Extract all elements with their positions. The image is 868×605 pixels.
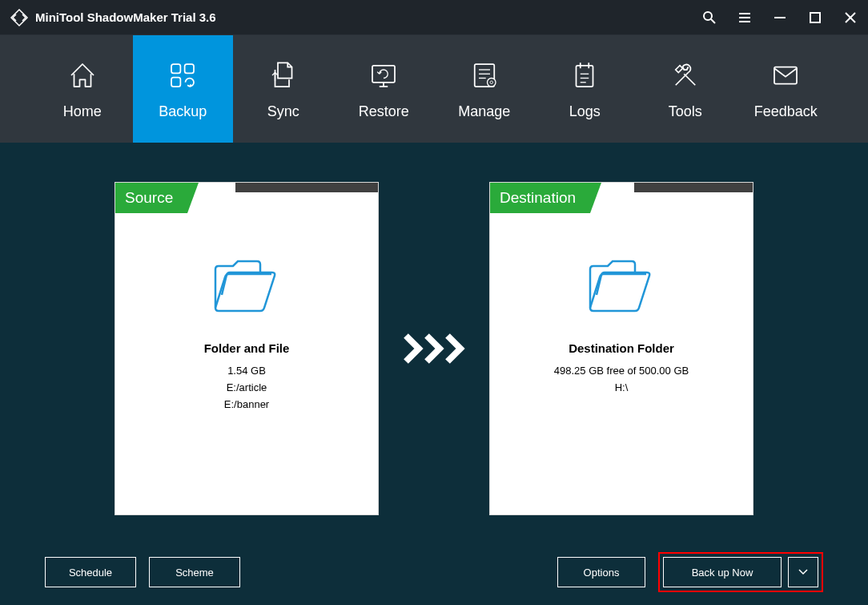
home-icon [66,58,99,92]
svg-point-19 [487,78,496,87]
chevron-down-icon [798,569,808,575]
tab-home[interactable]: Home [32,35,133,143]
svg-rect-21 [577,65,593,86]
feedback-icon [769,58,802,92]
restore-icon [367,58,400,92]
backup-icon [166,58,199,92]
tab-label: Tools [669,103,702,120]
chevron-right-icon [444,329,465,368]
tab-logs[interactable]: Logs [535,35,636,143]
tab-label: Home [63,103,102,120]
source-panel-body: Folder and File 1.54 GB E:/article E:/ba… [115,183,378,410]
main-content: Source Folder and File 1.54 GB E:/articl… [0,143,868,538]
tab-backup[interactable]: Backup [133,35,234,143]
nav-tabs: Home Backup Sync Restore [0,35,868,143]
source-panel-header: Source [115,183,378,213]
destination-path: H:\ [615,381,629,393]
chevron-right-icon [403,329,424,368]
destination-free-space: 498.25 GB free of 500.00 GB [554,365,689,377]
source-path-0: E:/article [227,381,267,393]
svg-point-0 [704,12,712,20]
tab-sync[interactable]: Sync [233,35,334,143]
titlebar: MiniTool ShadowMaker Trial 3.6 [0,0,868,35]
folder-icon [211,255,283,319]
transfer-arrows [403,329,465,368]
tab-tools[interactable]: Tools [635,35,736,143]
manage-icon [468,58,501,92]
footer-bar: Schedule Scheme Options Back up Now [0,539,868,605]
svg-rect-6 [810,13,820,22]
tab-manage[interactable]: Manage [434,35,535,143]
destination-panel[interactable]: Destination Destination Folder 498.25 GB… [489,182,753,515]
source-panel[interactable]: Source Folder and File 1.54 GB E:/articl… [115,182,379,515]
window-controls [701,10,858,26]
source-title: Folder and File [204,341,290,355]
source-size: 1.54 GB [227,365,266,377]
backup-now-highlight: Back up Now [658,552,823,592]
source-path-1: E:/banner [224,398,269,410]
tab-label: Sync [267,103,299,120]
options-button[interactable]: Options [557,557,645,587]
svg-rect-10 [185,64,194,73]
folder-icon [585,255,657,319]
tab-feedback[interactable]: Feedback [736,35,837,143]
logo-icon [10,8,29,27]
chevron-right-icon [424,329,444,368]
svg-line-1 [711,19,715,23]
scheme-button[interactable]: Scheme [149,557,240,587]
destination-header-label: Destination [490,183,590,213]
sync-icon [267,58,300,92]
tab-label: Manage [458,103,510,120]
backup-now-dropdown[interactable] [788,557,818,587]
tools-icon [669,58,702,92]
tab-label: Restore [359,103,409,120]
maximize-icon[interactable] [807,10,823,26]
search-icon[interactable] [701,10,717,26]
tab-label: Backup [159,103,207,120]
destination-panel-body: Destination Folder 498.25 GB free of 500… [490,183,753,393]
svg-rect-9 [171,64,180,73]
tab-label: Logs [569,103,601,120]
panel-header-bar [634,183,753,192]
svg-rect-11 [171,77,180,86]
tab-restore[interactable]: Restore [334,35,435,143]
svg-rect-27 [774,67,797,83]
source-header-label: Source [115,183,187,213]
schedule-button[interactable]: Schedule [45,557,136,587]
tab-label: Feedback [754,103,818,120]
backup-now-button[interactable]: Back up Now [663,557,782,587]
svg-rect-12 [372,65,395,82]
close-icon[interactable] [842,10,858,26]
minimize-icon[interactable] [772,10,788,26]
destination-panel-header: Destination [490,183,753,213]
app-logo: MiniTool ShadowMaker Trial 3.6 [10,8,216,27]
logs-icon [568,58,601,92]
destination-title: Destination Folder [569,341,674,355]
panel-header-bar [235,183,378,192]
menu-icon[interactable] [737,10,753,26]
app-title: MiniTool ShadowMaker Trial 3.6 [35,10,216,24]
